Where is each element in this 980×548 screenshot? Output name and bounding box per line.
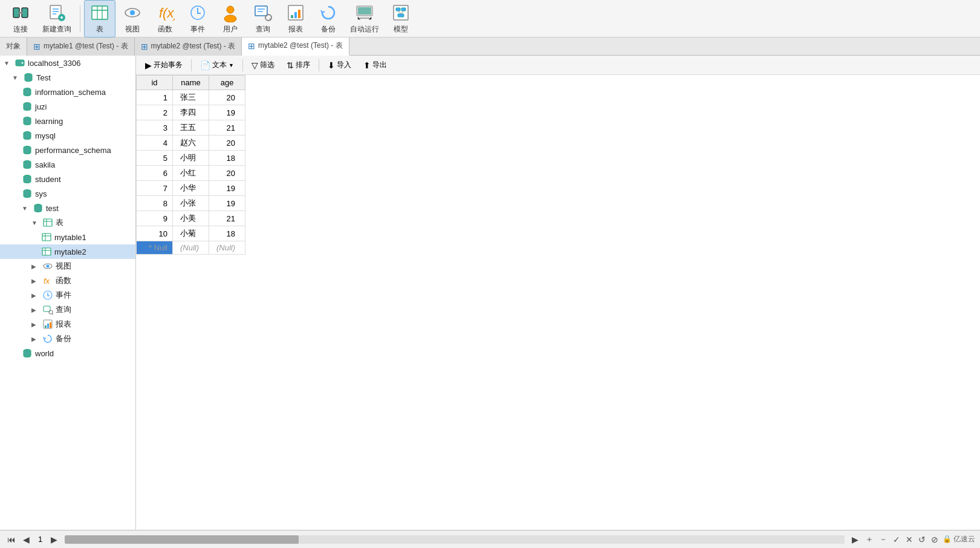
table-row[interactable]: 4 赵六 20 xyxy=(137,135,245,151)
sidebar-item-test[interactable]: ▼ test xyxy=(0,201,135,215)
table-row[interactable]: 1 张三 20 xyxy=(137,90,245,105)
svg-rect-22 xyxy=(255,6,267,16)
sidebar-item-performance-schema[interactable]: performance_schema xyxy=(0,143,135,157)
function-icon: f(x) xyxy=(155,3,175,22)
nav-prev-btn[interactable]: ◀ xyxy=(21,533,32,546)
svg-point-40 xyxy=(22,62,24,64)
toolbar-connect-label: 连接 xyxy=(13,24,28,34)
tab-mytable2-2-icon: ⊞ xyxy=(248,41,255,51)
toolbar-event[interactable]: 事件 xyxy=(182,1,213,37)
tab-mytable2-1[interactable]: ⊞ mytable2 @test (Test) - 表 xyxy=(135,38,242,56)
autorun-icon xyxy=(355,3,374,22)
add-row-btn[interactable]: ＋ xyxy=(863,533,875,546)
table-row[interactable]: 7 小华 19 xyxy=(137,181,245,196)
cell-age: 20 xyxy=(209,90,245,105)
toolbar-table[interactable]: 表 xyxy=(84,0,115,38)
sidebar-item-mysql[interactable]: mysql xyxy=(0,128,135,143)
sidebar-item-sakila[interactable]: sakila xyxy=(0,157,135,172)
delete-row-btn[interactable]: － xyxy=(877,533,889,546)
cell-id: 5 xyxy=(137,151,173,166)
table-row[interactable]: 5 小明 18 xyxy=(137,151,245,166)
table-new-row[interactable]: * Null (Null) (Null) xyxy=(137,241,245,255)
confirm-btn[interactable]: ✓ xyxy=(891,533,902,546)
scroll-bar[interactable] xyxy=(65,535,844,544)
toolbar-new-query[interactable]: 新建查询 xyxy=(37,1,76,37)
new-row-name[interactable]: (Null) xyxy=(173,241,209,255)
text-btn[interactable]: 📄 文本 ▼ xyxy=(195,58,239,72)
table-row[interactable]: 10 小菊 18 xyxy=(137,226,245,241)
table-container: id name age 1 张三 20 2 李四 19 3 王五 21 4 赵六… xyxy=(136,75,980,530)
new-row-id[interactable]: * Null xyxy=(137,241,173,255)
toolbar-model[interactable]: 模型 xyxy=(385,1,417,37)
arrow-test-icon: ▼ xyxy=(12,74,21,81)
toolbar-connect[interactable]: 连接 xyxy=(5,1,36,37)
db-world-icon xyxy=(22,348,33,359)
table-row[interactable]: 6 小红 20 xyxy=(137,166,245,181)
sidebar-item-views-group[interactable]: ▶ 视图 xyxy=(0,259,135,273)
tab-mytable2-2-label: mytable2 @test (Test) - 表 xyxy=(258,41,343,51)
toolbar-view[interactable]: 视图 xyxy=(117,1,148,37)
sidebar-item-localhost[interactable]: ▼ localhost_3306 xyxy=(0,56,135,70)
sidebar: ▼ localhost_3306 ▼ Test information_sche… xyxy=(0,56,136,530)
col-header-name[interactable]: name xyxy=(173,76,209,90)
sort-btn[interactable]: ⇅ 排序 xyxy=(281,58,316,72)
nav-first-btn[interactable]: ⏮ xyxy=(5,533,18,546)
cell-age: 19 xyxy=(209,181,245,196)
arrow-views-icon: ▶ xyxy=(31,263,40,270)
sidebar-item-mytable1[interactable]: mytable1 xyxy=(0,230,135,244)
db-student-icon xyxy=(22,174,33,184)
sidebar-item-sys[interactable]: sys xyxy=(0,186,135,201)
toolbar-backup[interactable]: 备份 xyxy=(313,1,344,37)
sidebar-item-information-schema[interactable]: information_schema xyxy=(0,85,135,99)
toolbar-query[interactable]: 查询 xyxy=(247,1,279,37)
cell-id: 3 xyxy=(137,120,173,135)
sidebar-sakila-label: sakila xyxy=(35,160,55,169)
table-row[interactable]: 3 王五 21 xyxy=(137,120,245,135)
import-btn[interactable]: ⬇ 导入 xyxy=(322,58,357,72)
sidebar-item-mytable2[interactable]: mytable2 xyxy=(0,244,135,259)
col-header-id[interactable]: id xyxy=(137,76,173,90)
filter-btn[interactable]: ▽ 筛选 xyxy=(246,58,280,72)
toolbar-view-label: 视图 xyxy=(125,24,140,34)
sidebar-test-db-label: Test xyxy=(36,73,51,82)
action-divider-3 xyxy=(319,59,319,71)
svg-rect-33 xyxy=(394,5,408,20)
connect-icon xyxy=(11,3,30,22)
col-header-age[interactable]: age xyxy=(209,76,245,90)
sidebar-item-world[interactable]: world xyxy=(0,346,135,360)
table-row[interactable]: 2 李四 19 xyxy=(137,105,245,120)
new-row-age[interactable]: (Null) xyxy=(209,241,245,255)
table-row[interactable]: 9 小美 21 xyxy=(137,211,245,226)
table-row[interactable]: 8 小张 19 xyxy=(137,196,245,211)
sidebar-item-test-db[interactable]: ▼ Test xyxy=(0,70,135,85)
sidebar-item-events-group[interactable]: ▶ 事件 xyxy=(0,288,135,302)
sidebar-item-juzi[interactable]: juzi xyxy=(0,99,135,114)
cell-name: 李四 xyxy=(173,105,209,120)
nav-next-btn[interactable]: ▶ xyxy=(48,533,60,546)
toolbar-autorun[interactable]: 自动运行 xyxy=(345,1,384,37)
tab-mytable1[interactable]: ⊞ mytable1 @test (Test) - 表 xyxy=(27,38,135,56)
sidebar-world-label: world xyxy=(35,349,54,358)
tab-object[interactable]: 对象 xyxy=(0,38,27,56)
export-btn[interactable]: ⬆ 导出 xyxy=(358,58,392,72)
begin-transaction-btn[interactable]: ▶ 开始事务 xyxy=(140,58,188,72)
sidebar-item-student[interactable]: student xyxy=(0,172,135,186)
sidebar-item-learning[interactable]: learning xyxy=(0,114,135,128)
svg-rect-68 xyxy=(45,325,47,328)
nav-forward-btn[interactable]: ▶ xyxy=(849,533,861,546)
sidebar-item-backup-group[interactable]: ▶ 备份 xyxy=(0,331,135,346)
toolbar-report[interactable]: 报表 xyxy=(280,1,311,37)
sidebar-localhost-label: localhost_3306 xyxy=(28,59,80,68)
refresh-btn[interactable]: ↺ xyxy=(917,533,927,546)
sidebar-item-tables-group[interactable]: ▼ 表 xyxy=(0,215,135,230)
tab-mytable2-2[interactable]: ⊞ mytable2 @test (Test) - 表 xyxy=(242,38,349,56)
sidebar-item-reports-group[interactable]: ▶ 报表 xyxy=(0,317,135,331)
sidebar-backup-group-label: 备份 xyxy=(56,333,71,344)
toolbar-function[interactable]: f(x) 函数 xyxy=(149,1,181,37)
sidebar-item-functions-group[interactable]: ▶ fx 函数 xyxy=(0,273,135,288)
toolbar-user[interactable]: 用户 xyxy=(215,1,246,37)
events-group-icon xyxy=(42,290,53,301)
stop-btn[interactable]: ⊘ xyxy=(929,533,940,546)
cancel-btn[interactable]: ✕ xyxy=(904,533,915,546)
sidebar-item-queries-group[interactable]: ▶ 查询 xyxy=(0,302,135,317)
